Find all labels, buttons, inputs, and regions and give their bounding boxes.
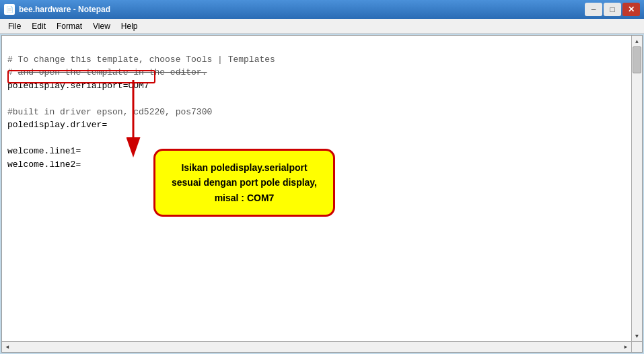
menubar: File Edit Format View Help bbox=[0, 19, 644, 34]
maximize-button[interactable]: □ bbox=[604, 3, 621, 16]
close-button[interactable]: ✕ bbox=[622, 3, 640, 16]
scroll-right-arrow[interactable]: ► bbox=[620, 342, 631, 352]
scroll-up-arrow[interactable]: ▲ bbox=[632, 36, 642, 46]
editor-text[interactable]: # To change this template, choose Tools … bbox=[2, 36, 631, 341]
line-2: # and open the template in the editor. bbox=[7, 67, 207, 77]
scrollbar-corner bbox=[631, 341, 642, 352]
line-9: welcome.line2= bbox=[7, 160, 81, 170]
menu-edit[interactable]: Edit bbox=[26, 20, 51, 32]
line-8: welcome.line1= bbox=[7, 146, 81, 156]
titlebar-left: 📄 bee.hardware - Notepad bbox=[4, 4, 110, 15]
window-title: bee.hardware - Notepad bbox=[19, 5, 110, 14]
minimize-button[interactable]: – bbox=[585, 3, 602, 16]
scroll-down-arrow[interactable]: ▼ bbox=[632, 330, 642, 341]
scrollbar-vertical[interactable]: ▲ ▼ bbox=[631, 36, 642, 341]
line-6: poledisplay.driver= bbox=[7, 120, 107, 130]
app-icon: 📄 bbox=[4, 4, 15, 15]
line-5: #built in driver epson, cd5220, pos7300 bbox=[7, 107, 212, 117]
window-controls: – □ ✕ bbox=[585, 3, 640, 16]
menu-file[interactable]: File bbox=[3, 20, 26, 32]
menu-view[interactable]: View bbox=[87, 20, 116, 32]
scroll-left-arrow[interactable]: ◄ bbox=[2, 342, 13, 352]
menu-format[interactable]: Format bbox=[51, 20, 87, 32]
line-3: poledisplay.serialport=COM7 bbox=[7, 81, 149, 91]
scrollbar-horizontal[interactable]: ◄ ► bbox=[2, 341, 631, 352]
menu-help[interactable]: Help bbox=[116, 20, 143, 32]
scroll-thumb-vertical[interactable] bbox=[633, 46, 641, 73]
editor-container: # To change this template, choose Tools … bbox=[1, 35, 643, 353]
titlebar: 📄 bee.hardware - Notepad – □ ✕ bbox=[0, 0, 644, 19]
line-1: # To change this template, choose Tools … bbox=[7, 55, 275, 65]
